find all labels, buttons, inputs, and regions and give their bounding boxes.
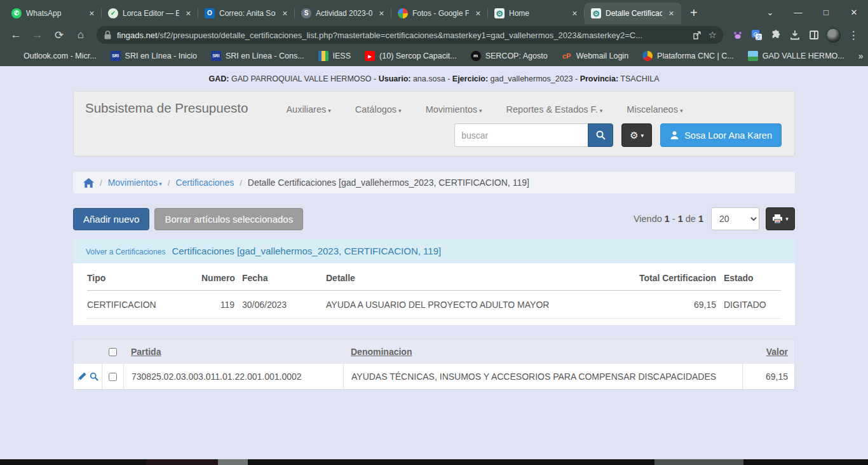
delete-selected-button[interactable]: Borrar artículos seleccionados <box>154 208 303 230</box>
breadcrumb-certificaciones[interactable]: Certificaciones <box>175 177 234 188</box>
tab-whatsapp[interactable]: ✆ WhatsApp ✕ <box>5 3 102 24</box>
tab-detalle-certificaciones-active[interactable]: ⚙ Detalle Certificac ✕ <box>585 3 681 24</box>
fingads-icon: ⚙ <box>591 8 601 18</box>
reload-icon[interactable]: ⟳ <box>50 26 69 44</box>
tab-home[interactable]: ⚙ Home ✕ <box>488 3 585 24</box>
tab-title: Detalle Certificac <box>606 9 662 18</box>
translate-extension-icon[interactable]: G文 <box>749 27 765 43</box>
col-valor[interactable]: Valor <box>766 347 788 357</box>
col-partida[interactable]: Partida <box>131 347 161 357</box>
bookmarks-bar: Outlook.com - Micr... SRI SRI en Línea -… <box>0 46 868 66</box>
chevron-down-icon: ▾ <box>600 108 603 114</box>
row-checkbox[interactable] <box>109 373 117 381</box>
forward-icon[interactable]: → <box>28 26 47 44</box>
sercop-icon: m <box>471 51 481 61</box>
downloads-icon[interactable] <box>787 27 803 43</box>
bookmark-sri-consultas[interactable]: SRI SRI en Línea - Cons... <box>211 51 304 61</box>
print-export-button[interactable]: ▾ <box>766 207 795 230</box>
home-icon[interactable]: ⌂ <box>71 26 90 44</box>
tab-close-icon[interactable]: ✕ <box>184 8 193 19</box>
tab-close-icon[interactable]: ✕ <box>280 8 290 19</box>
add-new-button[interactable]: Añadir nuevo <box>73 208 149 230</box>
page-size-select[interactable]: 20 <box>711 207 759 230</box>
tipo-value: CERTIFICACION <box>87 300 194 310</box>
url-path: /sf2/presupuesto/detalle_certificaciones… <box>158 31 642 40</box>
extension-pet-icon[interactable] <box>729 27 746 43</box>
search-button[interactable] <box>588 123 613 147</box>
app-title: Subsistema de Presupuesto <box>85 101 248 116</box>
back-to-certificaciones-link[interactable]: Volver a Certificaciones <box>86 247 165 256</box>
bookmark-label: SRI en Línea - Cons... <box>226 52 304 60</box>
tab-close-icon[interactable]: ✕ <box>473 8 483 19</box>
url-text: fingads.net/sf2/presupuesto/detalle_cert… <box>117 31 686 40</box>
taskbar-sliver <box>0 459 868 465</box>
tab-fotos[interactable]: Fotos - Google F ✕ <box>391 3 488 24</box>
view-magnifier-icon[interactable] <box>90 372 98 381</box>
tab-actividad[interactable]: S Actividad 2023-0 ✕ <box>295 3 391 24</box>
bookmark-sercop-youtube[interactable]: ▶ (10) Sercop Capacit... <box>365 51 457 61</box>
address-bar[interactable]: fingads.net/sf2/presupuesto/detalle_cert… <box>97 26 723 44</box>
ejercicio-label: Ejercicio: <box>452 74 488 83</box>
iess-icon <box>318 51 329 61</box>
col-numero: Numero <box>201 273 234 283</box>
bookmark-iess[interactable]: IESS <box>318 51 351 61</box>
back-icon[interactable]: ← <box>6 26 25 44</box>
extensions-puzzle-icon[interactable] <box>768 27 784 43</box>
tab-correo[interactable]: O Correo: Anita Sos ✕ <box>198 3 295 24</box>
gad-value: GAD PARROQUIAL VALLE HERMOSO <box>231 74 372 83</box>
share-icon[interactable] <box>692 30 702 40</box>
profile-avatar[interactable] <box>825 27 841 43</box>
menu-auxiliares[interactable]: Auxiliares▾ <box>286 104 330 115</box>
menu-movimientos[interactable]: Movimientos▾ <box>426 104 482 115</box>
minimize-button[interactable]: — <box>784 0 812 24</box>
tab-close-icon[interactable]: ✕ <box>570 8 580 19</box>
col-denominacion[interactable]: Denominacion <box>351 347 412 357</box>
master-panel-title: Certificaciones [gad_vallehermos_2023, C… <box>172 246 441 256</box>
bookmark-sercop-agosto[interactable]: m SERCOP: Agosto <box>471 51 548 61</box>
bookmark-webmail[interactable]: cP Webmail Login <box>562 51 628 61</box>
denominacion-value: AYUDAS TÉCNICAS, INSUMOS Y ACCESORIOS PA… <box>343 364 742 389</box>
provincia-value: TSACHILA <box>620 74 659 83</box>
breadcrumb-current: Detalle Certificaciones [gad_vallehermos… <box>248 177 529 188</box>
tab-close-icon[interactable]: ✕ <box>667 8 676 19</box>
maximize-button[interactable]: □ <box>812 0 840 24</box>
close-button[interactable]: ✕ <box>840 0 868 24</box>
browser-menu-dots-icon[interactable]: ⋮ <box>844 26 863 44</box>
actions-row: Añadir nuevo Borrar artículos selecciona… <box>73 207 795 230</box>
master-header-row: Tipo Numero Fecha Detalle Total Certific… <box>87 265 781 291</box>
tab-title: Actividad 2023-0 <box>316 9 372 18</box>
total-value: 69,15 <box>621 300 716 310</box>
select-all-checkbox[interactable] <box>109 348 117 356</box>
bookmark-star-icon[interactable]: ☆ <box>709 29 717 41</box>
settings-dropdown-button[interactable]: ⚙ ▾ <box>621 123 652 147</box>
breadcrumb-movimientos[interactable]: Movimientos▾ <box>108 177 162 188</box>
reading-list-icon[interactable] <box>806 27 822 43</box>
new-tab-button[interactable]: + <box>681 6 704 24</box>
search-input[interactable] <box>454 123 588 147</box>
home-breadcrumb-icon[interactable] <box>83 178 94 188</box>
tab-title: Home <box>509 9 566 18</box>
tab-close-icon[interactable]: ✕ <box>377 8 386 19</box>
menu-catalogos[interactable]: Catálogos▾ <box>355 104 402 115</box>
user-menu-button[interactable]: Sosa Loor Ana Karen <box>660 123 782 147</box>
bookmark-gad-valle-hermoso[interactable]: GAD VALLE HERMO... <box>748 51 844 61</box>
bookmark-sri-inicio[interactable]: SRI SRI en Línea - Inicio <box>111 51 197 61</box>
bookmark-label: SRI en Línea - Inicio <box>125 52 197 60</box>
detail-header-row: Partida Denominacion Valor <box>74 340 794 364</box>
valor-value: 69,15 <box>742 364 794 389</box>
menu-miscelaneos[interactable]: Miscelaneos▾ <box>627 104 682 115</box>
tab-search-chevron-icon[interactable]: ⌄ <box>756 0 784 24</box>
ejercicio-value: gad_vallehermos_2023 <box>491 74 573 83</box>
bookmark-cnc[interactable]: Plataforma CNC | C... <box>642 51 734 61</box>
bookmarks-overflow-icon[interactable]: » <box>858 51 864 61</box>
chevron-down-icon: ▾ <box>398 108 402 114</box>
edit-pencil-icon[interactable] <box>78 372 86 381</box>
bookmark-outlook[interactable]: Outlook.com - Micr... <box>9 51 97 61</box>
session-info-bar: GAD: GAD PARROQUIAL VALLE HERMOSO - Usua… <box>0 66 868 83</box>
chevron-down-icon: ▾ <box>785 216 789 222</box>
lock-icon <box>104 31 111 39</box>
menu-reportes[interactable]: Reportes & Estados F.▾ <box>506 104 603 115</box>
col-tipo: Tipo <box>87 273 194 283</box>
tab-close-icon[interactable]: ✕ <box>87 8 97 19</box>
tab-lorca-editor[interactable]: ✓ Lorca Editor — El ✕ <box>102 3 198 24</box>
